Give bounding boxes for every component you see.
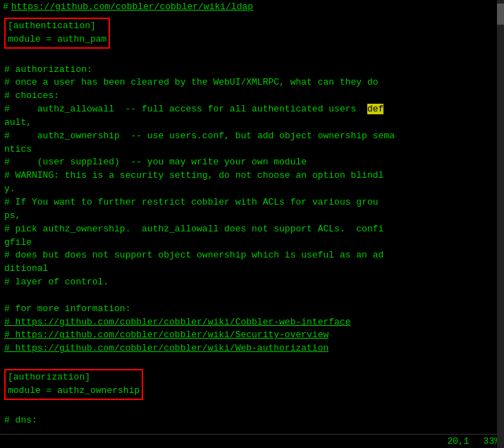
comment-dns: # dns: [4, 414, 500, 428]
editor-container: # https://github.com/cobbler/cobbler/wik… [0, 0, 504, 448]
cursor-position: 20,1 [447, 436, 469, 447]
authz-line2: module = authz_ownership [8, 385, 140, 398]
blank4 [4, 401, 500, 415]
comment-gfile: gfile [4, 236, 500, 250]
comment-once: # once a user has been cleared by the We… [4, 76, 500, 90]
authorization-box: [authorization] module = authz_ownership [4, 369, 143, 400]
authentication-block: [authentication] module = authn_pam [4, 18, 500, 49]
wiki-url[interactable]: https://github.com/cobbler/cobbler/wiki/… [11, 1, 253, 12]
top-bar: # https://github.com/cobbler/cobbler/wik… [0, 0, 504, 13]
blank1 [4, 50, 500, 63]
comment-warning: # WARNING: this is a security setting, d… [4, 169, 500, 183]
link-web-authorization[interactable]: # https://github.com/cobbler/cobbler/wik… [4, 342, 500, 356]
authz-line1: [authorization] [8, 371, 140, 385]
comment-ntics: ntics [4, 143, 500, 157]
comment-ault: ault, [4, 116, 500, 130]
authorization-block: [authorization] module = authz_ownership [4, 369, 500, 400]
comment-ownership: # authz_ownership -- use users.conf, but… [4, 130, 500, 143]
comment-does: # does but does not support object owner… [4, 249, 500, 262]
comment-for-more: # for more information: [4, 303, 500, 316]
comment-y: y. [4, 183, 500, 196]
blank3 [4, 356, 500, 369]
auth-line2: module = authn_pam [8, 33, 106, 47]
comment-allowall: # authz_allowall -- full access for all … [4, 103, 500, 116]
blank2 [4, 289, 500, 303]
comment-ditional: ditional [4, 262, 500, 276]
comment-if-you: # If You want to further restrict cobble… [4, 196, 500, 210]
comment-ps: ps, [4, 210, 500, 223]
auth-line1: [authentication] [8, 20, 106, 33]
comment-layer: # layer of control. [4, 276, 500, 289]
comment-pick: # pick authz_ownership. authz_allowall d… [4, 223, 500, 236]
content-area: [authentication] module = authn_pam # au… [0, 13, 504, 434]
link-security-overview[interactable]: # https://github.com/cobbler/cobbler/wik… [4, 329, 500, 342]
comment-authorization: # authorization: [4, 63, 500, 77]
hash-icon: # [3, 1, 8, 12]
status-bar: 20,1 33% [0, 434, 504, 448]
authentication-box: [authentication] module = authn_pam [4, 18, 110, 49]
highlight-default: def [367, 104, 383, 114]
comment-choices: # choices: [4, 90, 500, 103]
link-web-interface[interactable]: # https://github.com/cobbler/cobbler/wik… [4, 316, 500, 329]
comment-user-supplied: # (user supplied) -- you may write your … [4, 156, 500, 169]
